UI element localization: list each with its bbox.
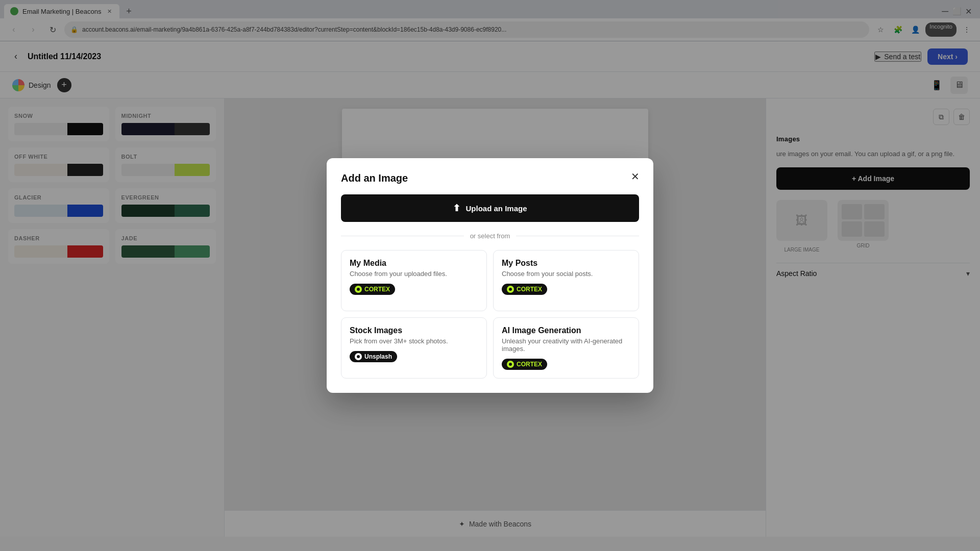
cortex-badge-icon-media: [355, 286, 362, 293]
my-media-card[interactable]: My Media Choose from your uploaded files…: [341, 250, 487, 311]
divider-row: or select from: [341, 232, 639, 240]
my-posts-badge: CORTEX: [502, 284, 547, 295]
ai-generation-desc: Unleash your creativity with AI-generate…: [502, 337, 630, 353]
my-media-badge: CORTEX: [350, 284, 395, 295]
divider-right: [516, 236, 639, 236]
svg-point-2: [357, 355, 360, 358]
ai-generation-badge: CORTEX: [502, 359, 547, 370]
my-media-badge-label: CORTEX: [364, 286, 390, 293]
my-media-title: My Media: [350, 259, 478, 268]
modal-title: Add an Image: [341, 172, 639, 184]
stock-images-card[interactable]: Stock Images Pick from over 3M+ stock ph…: [341, 317, 487, 379]
cortex-badge-icon-posts: [507, 286, 514, 293]
stock-images-desc: Pick from over 3M+ stock photos.: [350, 337, 478, 345]
cortex-badge-icon-ai: [507, 361, 514, 368]
divider-left: [341, 236, 464, 236]
ai-generation-badge-label: CORTEX: [517, 361, 542, 368]
source-grid: My Media Choose from your uploaded files…: [341, 250, 639, 379]
my-posts-desc: Choose from your social posts.: [502, 270, 630, 278]
unsplash-badge-label: Unsplash: [364, 353, 392, 360]
modal-close-button[interactable]: ✕: [627, 168, 643, 185]
unsplash-badge: Unsplash: [350, 351, 397, 362]
ai-generation-card[interactable]: AI Image Generation Unleash your creativ…: [493, 317, 639, 379]
my-posts-badge-label: CORTEX: [517, 286, 542, 293]
my-media-desc: Choose from your uploaded files.: [350, 270, 478, 278]
svg-point-0: [357, 288, 360, 291]
ai-generation-title: AI Image Generation: [502, 326, 630, 335]
upload-label: Upload an Image: [465, 204, 527, 213]
stock-images-title: Stock Images: [350, 326, 478, 335]
divider-text: or select from: [470, 232, 510, 240]
add-image-modal: Add an Image ✕ ⬆ Upload an Image or sele…: [327, 158, 653, 393]
upload-image-button[interactable]: ⬆ Upload an Image: [341, 194, 639, 222]
my-posts-card[interactable]: My Posts Choose from your social posts. …: [493, 250, 639, 311]
svg-point-3: [509, 363, 512, 366]
my-posts-title: My Posts: [502, 259, 630, 268]
svg-point-1: [509, 288, 512, 291]
modal-overlay[interactable]: Add an Image ✕ ⬆ Upload an Image or sele…: [0, 0, 980, 551]
unsplash-badge-icon: [355, 353, 362, 360]
upload-icon: ⬆: [453, 203, 460, 214]
